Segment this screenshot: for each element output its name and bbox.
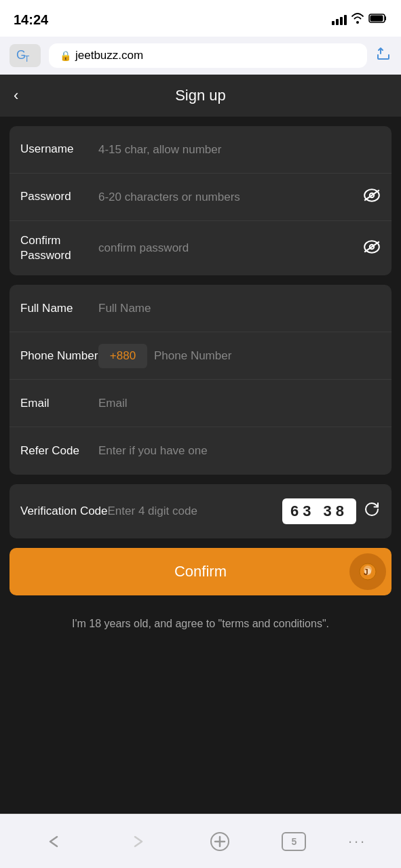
- fullname-row: Full Name: [9, 285, 392, 332]
- confirm-password-input-wrapper: [98, 240, 381, 257]
- username-label: Username: [20, 142, 98, 157]
- verification-label: Verification Code: [20, 504, 108, 519]
- email-label: Email: [20, 396, 98, 411]
- confirm-eye-icon[interactable]: [363, 240, 381, 257]
- refer-code-input-wrapper: [98, 444, 381, 458]
- confirm-button-wrapper: Confirm J: [9, 548, 392, 595]
- bottom-nav: 5 ···: [0, 814, 401, 868]
- confirm-password-label: ConfirmPassword: [20, 233, 98, 263]
- status-bar: 14:24: [0, 0, 401, 37]
- phone-label: Phone Number: [20, 349, 98, 363]
- credentials-section: Username Password ConfirmPassword: [9, 126, 392, 275]
- password-input[interactable]: [98, 191, 358, 204]
- verification-input-area: 63 38: [108, 498, 381, 524]
- page-content: ‹ Sign up Username Password: [0, 75, 401, 814]
- phone-input-group: +880: [98, 344, 381, 368]
- fullname-label: Full Name: [20, 301, 98, 316]
- email-input[interactable]: [98, 397, 381, 410]
- email-row: Email: [9, 380, 392, 427]
- confirm-button[interactable]: Confirm: [9, 548, 392, 595]
- username-input-wrapper: [98, 143, 381, 157]
- svg-text:T: T: [24, 54, 30, 63]
- signal-icon: [332, 15, 347, 25]
- nav-back-button[interactable]: [35, 827, 75, 856]
- phone-row: Phone Number +880: [9, 332, 392, 380]
- wifi-icon: [351, 13, 364, 26]
- email-input-wrapper: [98, 397, 381, 410]
- verification-row: Verification Code 63 38: [9, 484, 392, 538]
- share-button[interactable]: [375, 45, 392, 66]
- password-eye-icon[interactable]: [363, 189, 381, 205]
- fullname-input[interactable]: [98, 302, 381, 315]
- refer-code-input[interactable]: [98, 444, 381, 458]
- phone-number-input[interactable]: [154, 349, 381, 363]
- verification-section: Verification Code 63 38: [9, 484, 392, 538]
- captcha-display: 63 38: [282, 498, 356, 524]
- verification-code-input[interactable]: [108, 505, 275, 518]
- translate-button[interactable]: G T: [9, 44, 41, 67]
- nav-forward-button[interactable]: [117, 827, 157, 856]
- refresh-captcha-button[interactable]: [363, 500, 381, 522]
- fullname-input-wrapper: [98, 302, 381, 315]
- nav-more-button[interactable]: ···: [348, 833, 366, 850]
- personal-info-section: Full Name Phone Number +880 Email Refer …: [9, 285, 392, 475]
- terms-text: I'm 18 years old, and agree to "terms an…: [0, 605, 401, 648]
- password-input-wrapper: [98, 189, 381, 205]
- phone-country-code[interactable]: +880: [98, 344, 147, 368]
- confirm-password-row: ConfirmPassword: [9, 221, 392, 275]
- refer-code-row: Refer Code: [9, 427, 392, 475]
- password-row: Password: [9, 174, 392, 221]
- username-row: Username: [9, 126, 392, 174]
- username-input[interactable]: [98, 143, 381, 157]
- refer-code-label: Refer Code: [20, 443, 98, 458]
- back-button[interactable]: ‹: [14, 87, 18, 104]
- svg-rect-1: [370, 16, 383, 22]
- page-header: ‹ Sign up: [0, 75, 401, 117]
- url-bar[interactable]: 🔒 jeetbuzz.com: [49, 43, 367, 68]
- nav-tabs-count-button[interactable]: 5: [282, 832, 306, 851]
- page-title: Sign up: [14, 87, 387, 104]
- svg-text:J: J: [364, 568, 368, 577]
- lock-icon: 🔒: [60, 50, 71, 61]
- nav-new-tab-button[interactable]: [199, 827, 240, 856]
- status-icons: [332, 13, 387, 26]
- browser-bar: G T 🔒 jeetbuzz.com: [0, 37, 401, 75]
- url-text: jeetbuzz.com: [75, 49, 143, 62]
- password-label: Password: [20, 189, 98, 204]
- confirm-password-input[interactable]: [98, 241, 358, 255]
- logo-icon: J: [349, 553, 386, 590]
- battery-icon: [368, 13, 387, 26]
- status-time: 14:24: [14, 12, 48, 28]
